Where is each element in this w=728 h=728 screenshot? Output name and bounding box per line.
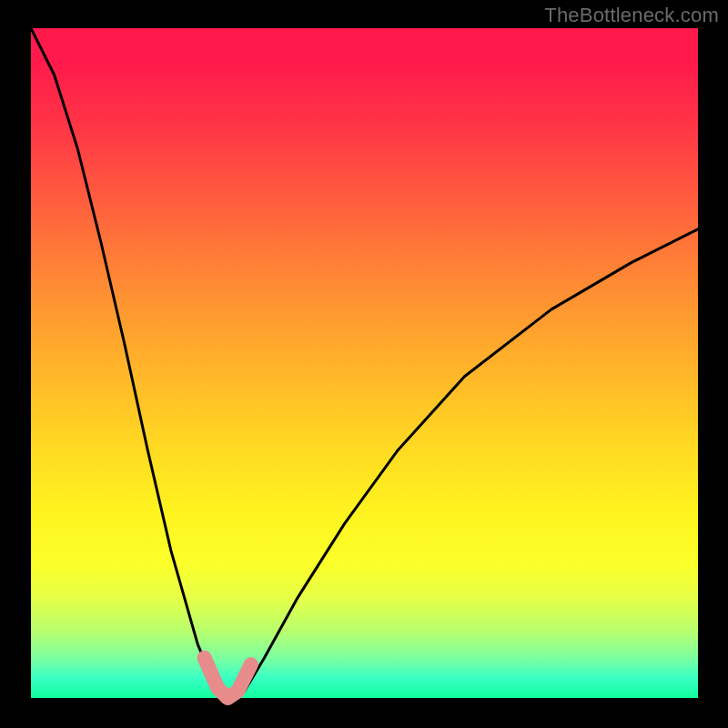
chart-overlay (0, 0, 728, 728)
optimal-marker (205, 658, 251, 698)
bottleneck-curve (31, 28, 698, 698)
chart-stage: { "watermark": { "text": "TheBottleneck.… (0, 0, 728, 728)
